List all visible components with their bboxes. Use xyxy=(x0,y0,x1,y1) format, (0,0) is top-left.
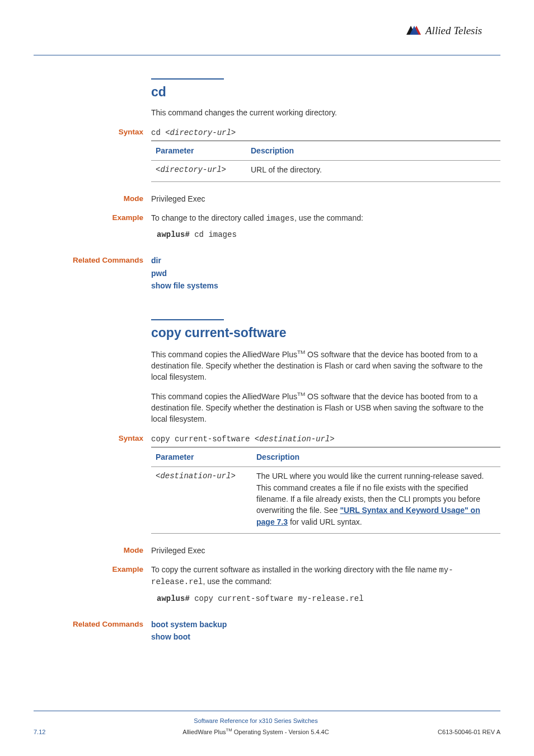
footer-rule xyxy=(34,711,500,711)
footer-title: Software Reference for x310 Series Switc… xyxy=(90,717,422,726)
example-label: Example xyxy=(34,564,151,611)
copy-prompt: awplus# xyxy=(157,594,190,603)
copy-desc1: This command copies the AlliedWare PlusT… xyxy=(151,348,500,383)
cd-example-pre: To change to the directory called xyxy=(151,213,266,222)
cd-syntax-cmd: cd xyxy=(151,128,165,137)
copy-example-post: , use the command: xyxy=(203,577,271,586)
mode-label: Mode xyxy=(34,193,151,204)
param-header: Parameter xyxy=(151,447,252,467)
syntax-label: Syntax xyxy=(34,433,151,537)
related-link-dir[interactable]: dir xyxy=(151,255,500,266)
table-row: <destination-url> The URL where you woul… xyxy=(151,467,500,533)
page-footer: 7.12 Software Reference for x310 Series … xyxy=(34,711,500,737)
header-rule xyxy=(34,55,500,55)
brand-logo: Allied Telesis xyxy=(405,22,500,39)
brand-text: Allied Telesis xyxy=(424,25,482,36)
related-commands-label: Related Commands xyxy=(34,619,151,644)
cd-syntax-arg: <directory-url> xyxy=(165,128,236,137)
cd-param-name: <directory-url> xyxy=(151,161,246,181)
copy-mode-value: Privileged Exec xyxy=(151,545,500,556)
param-header: Parameter xyxy=(151,141,246,160)
mode-label: Mode xyxy=(34,545,151,556)
cd-mode-value: Privileged Exec xyxy=(151,193,500,204)
related-commands-label: Related Commands xyxy=(34,255,151,292)
copy-syntax-arg: <destination-url> xyxy=(255,435,335,444)
related-link-show-boot[interactable]: show boot xyxy=(151,631,500,642)
copy-syntax-cmd: copy current-software xyxy=(151,435,255,444)
copy-example-cmd: copy current-software my-release.rel xyxy=(190,594,364,603)
footer-revision: C613-50046-01 REV A xyxy=(422,728,500,737)
copy-param-desc: The URL where you would like the current… xyxy=(252,467,500,533)
cd-description: This command changes the current working… xyxy=(151,107,500,118)
related-link-pwd[interactable]: pwd xyxy=(151,268,500,279)
related-link-show-file-systems[interactable]: show file systems xyxy=(151,280,500,291)
section-rule xyxy=(151,319,224,320)
cd-prompt: awplus# xyxy=(157,230,190,239)
cd-example-cmd: cd images xyxy=(190,230,237,239)
desc-header: Description xyxy=(246,141,500,160)
example-label: Example xyxy=(34,212,151,248)
page-number: 7.12 xyxy=(34,728,90,737)
table-row: <directory-url> URL of the directory. xyxy=(151,161,500,181)
copy-params-table: Parameter Description <destination-url> … xyxy=(151,447,500,534)
cd-heading: cd xyxy=(151,83,500,101)
syntax-label: Syntax xyxy=(34,127,151,185)
footer-subtitle: AlliedWare PlusTM Operating System - Ver… xyxy=(90,727,422,737)
cd-example-code: images xyxy=(266,214,294,223)
copy-param-name: <destination-url> xyxy=(151,467,252,533)
section-rule xyxy=(151,78,224,80)
desc-header: Description xyxy=(252,447,500,467)
cd-params-table: Parameter Description <directory-url> UR… xyxy=(151,141,500,182)
related-link-boot-system-backup[interactable]: boot system backup xyxy=(151,619,500,630)
cd-example-post: , use the command: xyxy=(294,213,363,222)
copy-example-pre: To copy the current software as installe… xyxy=(151,565,439,574)
copy-heading: copy current-software xyxy=(151,324,500,342)
copy-desc2: This command copies the AlliedWare PlusT… xyxy=(151,390,500,425)
cd-param-desc: URL of the directory. xyxy=(246,161,500,181)
